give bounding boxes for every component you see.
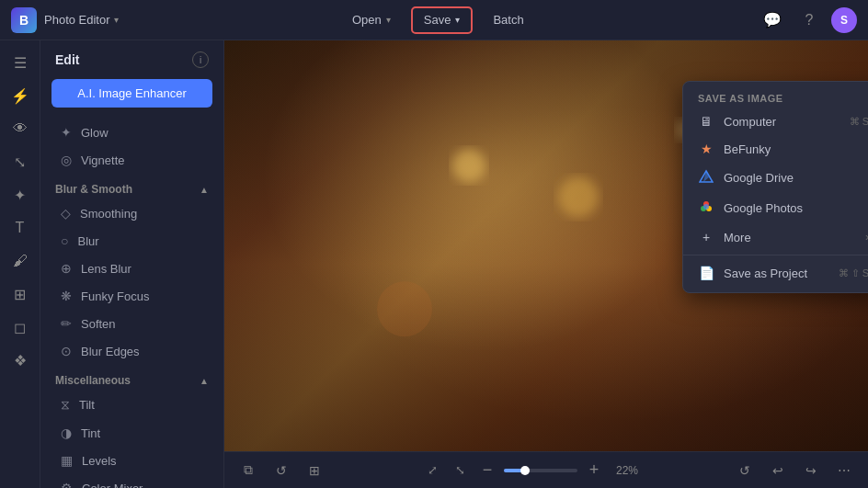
more-item-icon: + — [698, 230, 714, 244]
redo-icon[interactable]: ↪ — [798, 458, 824, 483]
sidebar: Edit i A.I. Image Enhancer ✦ Glow ◎ Vign… — [40, 40, 224, 488]
rail-eye-icon[interactable]: 👁 — [6, 114, 35, 143]
tilt-label: Tilt — [79, 398, 95, 412]
sidebar-item-funky-focus[interactable]: ❋ Funky Focus — [46, 282, 218, 310]
fit-width-icon[interactable]: ⤢ — [421, 460, 443, 482]
dropdown-divider — [683, 255, 868, 255]
app-chevron-icon: ▾ — [114, 15, 119, 25]
layers-bottom-icon[interactable]: ⧉ — [235, 458, 261, 483]
zoom-slider[interactable] — [504, 469, 577, 472]
sidebar-item-color-mixer[interactable]: ⚙ Color Mixer — [46, 474, 218, 488]
app-title-btn[interactable]: Photo Editor ▾ — [44, 13, 119, 27]
blur-edges-icon: ⊙ — [61, 344, 72, 358]
svg-point-3 — [377, 281, 432, 336]
dropdown-item-google-photos[interactable]: Google Photos — [683, 193, 868, 223]
smoothing-icon: ◇ — [61, 206, 71, 221]
misc-label: Miscellaneous — [55, 374, 131, 387]
save-chevron-icon: ▾ — [455, 15, 460, 25]
more-options-icon[interactable]: ⋯ — [831, 458, 857, 483]
soften-icon: ✏ — [61, 316, 72, 331]
sidebar-item-blur-edges[interactable]: ⊙ Blur Edges — [46, 337, 218, 365]
sidebar-item-tint[interactable]: ◑ Tint — [46, 419, 218, 447]
sidebar-item-smoothing[interactable]: ◇ Smoothing — [46, 199, 218, 227]
info-icon[interactable]: i — [192, 51, 209, 68]
open-label: Open — [352, 13, 382, 27]
rail-effects-icon[interactable]: ✦ — [6, 180, 35, 210]
save-button[interactable]: Save ▾ — [411, 6, 474, 34]
befunky-label: BeFunky — [724, 142, 771, 156]
sidebar-item-lens-blur[interactable]: ⊕ Lens Blur — [46, 255, 218, 282]
avatar[interactable]: S — [831, 7, 857, 33]
sidebar-item-glow[interactable]: ✦ Glow — [46, 119, 218, 146]
dropdown-item-befunky[interactable]: ★ BeFunky — [683, 135, 868, 163]
dropdown-item-save-project[interactable]: 📄 Save as Project ⌘ ⇧ S — [683, 259, 868, 287]
tint-label: Tint — [81, 426, 100, 440]
glow-label: Glow — [81, 126, 108, 140]
rail-text-icon[interactable]: T — [6, 213, 35, 243]
chat-icon-button[interactable]: 💬 — [758, 6, 787, 35]
soften-label: Soften — [81, 317, 116, 331]
vignette-label: Vignette — [81, 153, 124, 167]
rail-graphic-icon[interactable]: ❖ — [6, 346, 35, 375]
zoom-slider-thumb — [520, 466, 530, 475]
grid-bottom-icon[interactable]: ⊞ — [302, 458, 327, 483]
zoom-out-button[interactable]: − — [476, 460, 498, 482]
lens-blur-icon: ⊕ — [61, 261, 72, 276]
levels-icon: ▦ — [61, 453, 73, 468]
tint-icon: ◑ — [61, 426, 72, 440]
svg-point-9 — [703, 204, 709, 210]
batch-button[interactable]: Batch — [480, 6, 536, 34]
misc-collapse-icon[interactable]: ▲ — [200, 376, 209, 386]
zoom-percent: 22% — [611, 464, 638, 477]
undo-icon[interactable]: ↩ — [765, 458, 791, 483]
help-icon-button[interactable]: ? — [794, 6, 824, 35]
smoothing-label: Smoothing — [80, 207, 137, 221]
zoom-in-button[interactable]: + — [583, 460, 605, 482]
blur-smooth-collapse-icon[interactable]: ▲ — [200, 185, 209, 195]
tilt-icon: ⧖ — [61, 397, 70, 413]
color-mixer-icon: ⚙ — [61, 481, 73, 488]
open-button[interactable]: Open ▾ — [339, 6, 404, 34]
ai-image-enhancer-button[interactable]: A.I. Image Enhancer — [51, 79, 212, 108]
app-title-label: Photo Editor — [44, 13, 110, 27]
sidebar-item-soften[interactable]: ✏ Soften — [46, 310, 218, 337]
avatar-label: S — [840, 14, 848, 27]
google-photos-label: Google Photos — [724, 201, 803, 215]
rotate-left-icon[interactable]: ↺ — [732, 458, 758, 483]
sidebar-item-tilt[interactable]: ⧖ Tilt — [46, 391, 218, 419]
sidebar-header: Edit i — [40, 40, 223, 75]
open-chevron-icon: ▾ — [386, 15, 391, 25]
misc-section-header: Miscellaneous ▲ — [40, 365, 223, 391]
rail-grid-icon[interactable]: ⊞ — [6, 279, 35, 309]
zoom-slider-fill — [504, 469, 522, 472]
blur-smooth-label: Blur & Smooth — [55, 183, 132, 196]
fit-height-icon[interactable]: ⤡ — [449, 460, 471, 482]
batch-label: Batch — [493, 13, 523, 27]
funky-focus-icon: ❋ — [61, 289, 72, 303]
save-dropdown-menu: Save as Image 🖥 Computer ⌘ S ★ BeFunky G… — [682, 81, 868, 293]
rail-adjustments-icon[interactable]: ⚡ — [6, 81, 35, 110]
canvas-area: ⧉ ↺ ⊞ ⤢ ⤡ − + 22% ↺ ↩ ↪ ⋯ Save as — [224, 40, 868, 488]
blur-icon: ○ — [61, 233, 68, 248]
rail-layers-icon[interactable]: ☰ — [6, 48, 35, 77]
more-label: More — [724, 231, 751, 244]
rail-transform-icon[interactable]: ⤡ — [6, 147, 35, 176]
dropdown-item-computer[interactable]: 🖥 Computer ⌘ S — [683, 108, 868, 135]
svg-point-0 — [452, 149, 485, 182]
sidebar-item-levels[interactable]: ▦ Levels — [46, 447, 218, 474]
sidebar-item-blur[interactable]: ○ Blur — [46, 227, 218, 255]
svg-point-1 — [558, 176, 599, 217]
svg-marker-5 — [703, 171, 709, 182]
history-icon[interactable]: ↺ — [268, 458, 294, 483]
dropdown-item-more[interactable]: + More › — [683, 223, 868, 251]
rail-shapes-icon[interactable]: ◻ — [6, 312, 35, 342]
google-drive-label: Google Drive — [724, 171, 794, 185]
icon-rail: ☰ ⚡ 👁 ⤡ ✦ T 🖌 ⊞ ◻ ❖ — [0, 40, 40, 488]
blur-smooth-section-header: Blur & Smooth ▲ — [40, 174, 223, 199]
rail-brush-icon[interactable]: 🖌 — [6, 246, 35, 276]
sidebar-item-vignette[interactable]: ◎ Vignette — [46, 146, 218, 174]
glow-icon: ✦ — [61, 125, 72, 140]
dropdown-item-google-drive[interactable]: Google Drive — [683, 163, 868, 193]
lens-blur-label: Lens Blur — [81, 262, 131, 276]
blur-edges-label: Blur Edges — [81, 345, 140, 358]
